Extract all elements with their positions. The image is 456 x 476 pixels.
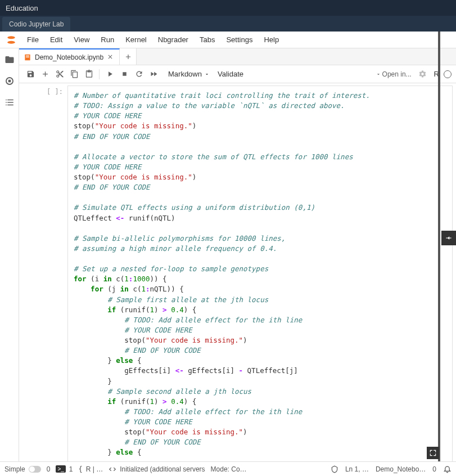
code-cell[interactable]: [ ]: # Number of quantitative trait loci…	[22, 86, 453, 461]
activity-bar	[0, 48, 19, 461]
add-tab-button[interactable]	[120, 48, 137, 65]
menu-tabs[interactable]: Tabs	[194, 33, 220, 47]
status-terminal[interactable]: >_ 1	[56, 465, 73, 473]
svg-point-1	[7, 41, 15, 43]
stop-icon[interactable]	[118, 68, 131, 81]
window-titlebar: Education	[0, 0, 456, 16]
restart-icon[interactable]	[132, 68, 146, 81]
status-count: 0	[47, 465, 51, 473]
brace-icon: {	[78, 465, 82, 473]
status-simple[interactable]: Simple	[4, 465, 41, 473]
right-panel-edge[interactable]	[438, 32, 440, 461]
status-bar: Simple 0 >_ 1 { R | … Initialized (addit…	[0, 461, 456, 476]
document-tab-bar: Demo_Notebook.ipynb	[19, 48, 456, 65]
menu-view[interactable]: View	[68, 33, 95, 47]
folder-icon[interactable]	[4, 54, 15, 65]
svg-rect-8	[446, 237, 451, 238]
svg-rect-5	[26, 55, 29, 56]
paste-icon[interactable]	[82, 68, 96, 81]
svg-rect-6	[26, 56, 29, 57]
add-cell-icon[interactable]	[38, 68, 52, 81]
menu-run[interactable]: Run	[95, 33, 120, 47]
terminal-icon: >_	[56, 465, 65, 473]
status-lsp[interactable]: Initialized (additional servers	[109, 465, 205, 473]
close-icon[interactable]	[107, 53, 115, 61]
notebook-toolbar: Markdown Validate Open in... R	[19, 65, 456, 83]
run-icon[interactable]	[103, 68, 116, 81]
shield-icon[interactable]	[331, 465, 338, 473]
notebook-tab-label: Demo_Notebook.ipynb	[35, 53, 103, 61]
cell-editor[interactable]: # Number of quantitative trait loci cont…	[67, 86, 453, 461]
menu-bar: File Edit View Run Kernel Nbgrader Tabs …	[0, 32, 456, 48]
svg-point-0	[7, 36, 15, 39]
status-log-count: 0	[432, 465, 436, 473]
status-tabs[interactable]: { R | …	[78, 465, 103, 473]
running-icon[interactable]	[4, 75, 15, 87]
toc-icon[interactable]	[4, 97, 15, 108]
titlebar-label: Education	[6, 4, 38, 12]
cell-prompt: [ ]:	[22, 86, 67, 461]
svg-rect-7	[123, 72, 127, 76]
collapse-right-panel-icon[interactable]	[441, 231, 456, 245]
menu-help[interactable]: Help	[258, 33, 285, 47]
code-icon	[109, 465, 116, 473]
notebook-tab[interactable]: Demo_Notebook.ipynb	[19, 48, 120, 65]
validate-button[interactable]: Validate	[213, 69, 248, 79]
bell-icon[interactable]	[443, 465, 452, 473]
save-icon[interactable]	[24, 68, 37, 81]
gear-icon[interactable]	[416, 68, 430, 81]
notebook-body[interactable]: [ ]: # Number of quantitative trait loci…	[19, 83, 456, 461]
notebook-icon	[24, 53, 31, 61]
status-mode: Mode: Co…	[211, 465, 247, 473]
status-notebook-name: Demo_Notebo…	[376, 465, 426, 473]
menu-settings[interactable]: Settings	[220, 33, 258, 47]
toggle-icon[interactable]	[29, 466, 41, 473]
cell-type-dropdown[interactable]: Markdown	[166, 69, 212, 79]
svg-rect-3	[8, 80, 11, 83]
menu-edit[interactable]: Edit	[44, 33, 68, 47]
chevron-down-icon	[376, 71, 381, 77]
chevron-down-icon	[204, 71, 210, 77]
restart-run-all-icon[interactable]	[147, 68, 160, 81]
fullscreen-icon[interactable]	[427, 447, 439, 459]
menu-nbgrader[interactable]: Nbgrader	[152, 33, 194, 47]
menu-kernel[interactable]: Kernel	[120, 33, 152, 47]
menu-file[interactable]: File	[21, 33, 44, 47]
codio-tab[interactable]: Codio Jupyter Lab	[2, 17, 70, 32]
copy-icon[interactable]	[67, 68, 81, 81]
codio-tab-bar: Codio Jupyter Lab	[0, 16, 456, 32]
open-in-dropdown[interactable]: Open in...	[376, 70, 412, 78]
status-line-col[interactable]: Ln 1, …	[345, 465, 369, 473]
jupyter-logo-icon	[3, 32, 19, 48]
cut-icon[interactable]	[53, 68, 66, 81]
kernel-status-icon	[444, 70, 452, 78]
